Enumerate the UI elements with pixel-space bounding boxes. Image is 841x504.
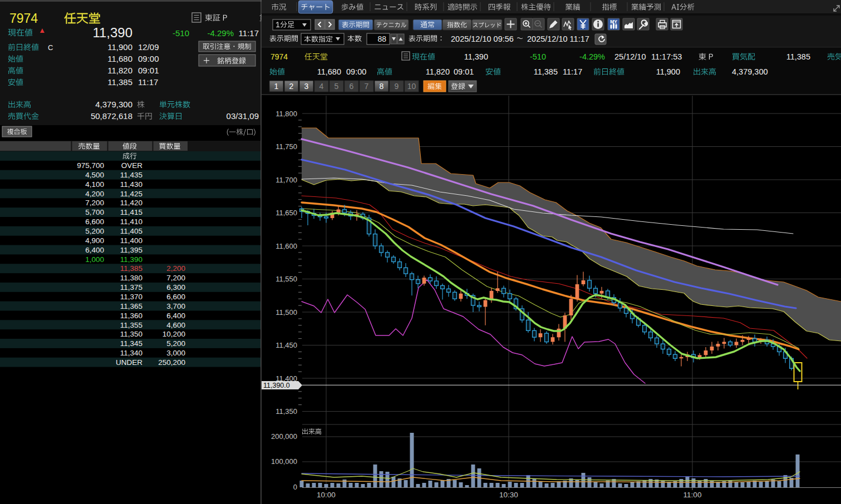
svg-text:10:30: 10:30 [499,491,518,499]
svg-text:7,200: 7,200 [85,199,104,207]
svg-text:11,900: 11,900 [107,42,132,52]
svg-text:1: 1 [274,82,279,91]
svg-text:4,200: 4,200 [85,190,104,198]
svg-text:11,450: 11,450 [276,341,297,349]
svg-text:11,900: 11,900 [656,67,680,76]
svg-text:11,340: 11,340 [120,349,142,357]
svg-text:10,200: 10,200 [163,330,185,338]
svg-text:3,700: 3,700 [166,302,185,310]
svg-text:12/09: 12/09 [138,42,159,52]
svg-text:11,550: 11,550 [276,275,297,283]
svg-text:11,345: 11,345 [120,339,142,348]
svg-text:10:00: 10:00 [317,491,336,499]
svg-text:11,415: 11,415 [120,208,142,216]
svg-text:09:01: 09:01 [454,67,474,76]
svg-text:6: 6 [350,82,354,91]
svg-text:11,390: 11,390 [92,25,132,40]
svg-text:11,370: 11,370 [120,293,142,301]
svg-text:4,900: 4,900 [85,236,104,245]
svg-text:11:17: 11:17 [138,77,158,87]
svg-text:9: 9 [395,82,399,91]
svg-text:-4.29%: -4.29% [579,52,605,61]
svg-text:11,430: 11,430 [120,180,142,189]
svg-text:11,365: 11,365 [120,302,142,310]
svg-text:11,820: 11,820 [107,66,132,75]
svg-text:11,500: 11,500 [276,308,297,317]
svg-text:11,355: 11,355 [120,321,142,329]
svg-text:11,800: 11,800 [276,110,297,118]
svg-text:11,350: 11,350 [120,330,142,338]
svg-text:2,200: 2,200 [166,264,185,273]
svg-text:11:17:53: 11:17:53 [651,52,682,61]
svg-text:11,700: 11,700 [276,176,297,184]
svg-text:975,700: 975,700 [77,161,104,170]
svg-text:6,400: 6,400 [166,312,185,320]
svg-text:25/12/10: 25/12/10 [614,52,646,61]
svg-text:C: C [48,43,53,52]
svg-text:11:17: 11:17 [239,28,259,38]
svg-text:200,000: 200,000 [271,432,297,441]
svg-text:10: 10 [407,82,416,91]
svg-text:4,100: 4,100 [85,180,104,189]
svg-text:09:00: 09:00 [138,54,159,63]
svg-text:100,000: 100,000 [271,457,297,466]
svg-text:11,405: 11,405 [120,227,142,235]
svg-text:88: 88 [377,34,386,43]
svg-text:11,680: 11,680 [107,54,132,63]
svg-text:11,380: 11,380 [120,274,142,282]
svg-text:11,680: 11,680 [317,67,341,76]
svg-text:11,350: 11,350 [276,407,297,416]
svg-text:11,600: 11,600 [276,242,297,250]
svg-text:11,425: 11,425 [120,190,142,198]
svg-text:11,390: 11,390 [464,52,488,61]
svg-text:6,600: 6,600 [166,293,185,301]
svg-text:250,200: 250,200 [158,358,185,367]
svg-text:11,385: 11,385 [107,77,132,87]
svg-text:11:17: 11:17 [563,67,582,76]
svg-text:7974: 7974 [271,52,288,61]
svg-text:UNDER: UNDER [116,358,142,367]
svg-text:11,650: 11,650 [276,209,297,217]
svg-text:11,385: 11,385 [534,67,558,76]
svg-text:5,200: 5,200 [166,339,185,348]
svg-text:2025/12/10 11:17: 2025/12/10 11:17 [527,34,589,43]
svg-text:3,000: 3,000 [166,349,185,357]
svg-text:4,500: 4,500 [85,171,104,179]
svg-text:3: 3 [304,82,309,91]
svg-text:5,700: 5,700 [85,208,104,216]
svg-text:-510: -510 [530,52,546,61]
svg-text:7974: 7974 [9,11,38,26]
svg-text:11,435: 11,435 [120,171,142,179]
svg-text:2025/12/10 09:56: 2025/12/10 09:56 [451,34,514,43]
svg-text:11,385: 11,385 [120,264,142,273]
svg-text:6,400: 6,400 [85,246,104,254]
svg-text:11,400: 11,400 [120,236,142,245]
svg-text:OVER: OVER [121,161,143,170]
svg-text:4,379,300: 4,379,300 [732,67,768,76]
svg-text:11,750: 11,750 [276,142,297,151]
svg-text:03/31,09: 03/31,09 [227,111,259,121]
svg-text:4,379,300: 4,379,300 [95,100,132,109]
svg-text:11,360: 11,360 [120,312,142,320]
svg-text:11:00: 11:00 [683,491,702,499]
svg-text:11,420: 11,420 [120,199,142,207]
svg-text:8: 8 [380,82,384,91]
svg-text:11,390: 11,390 [120,255,142,264]
svg-text:11,395: 11,395 [120,246,142,254]
svg-text:09:01: 09:01 [138,66,159,75]
svg-text:5,200: 5,200 [85,227,104,235]
svg-text:6,600: 6,600 [85,218,104,226]
svg-text:1,000: 1,000 [85,255,104,264]
svg-text:5: 5 [335,82,339,91]
svg-text:7,200: 7,200 [166,274,185,282]
svg-text:11,410: 11,410 [120,218,142,226]
svg-text:50,872,618: 50,872,618 [91,111,132,121]
svg-text:2: 2 [289,82,294,91]
svg-text:4: 4 [319,82,324,91]
svg-text:6,300: 6,300 [166,283,185,291]
svg-text:-510: -510 [173,28,189,38]
svg-text:7: 7 [365,82,369,91]
svg-text:4,600: 4,600 [166,321,185,329]
svg-text:11,820: 11,820 [426,67,450,76]
svg-text:11,375: 11,375 [120,283,142,291]
